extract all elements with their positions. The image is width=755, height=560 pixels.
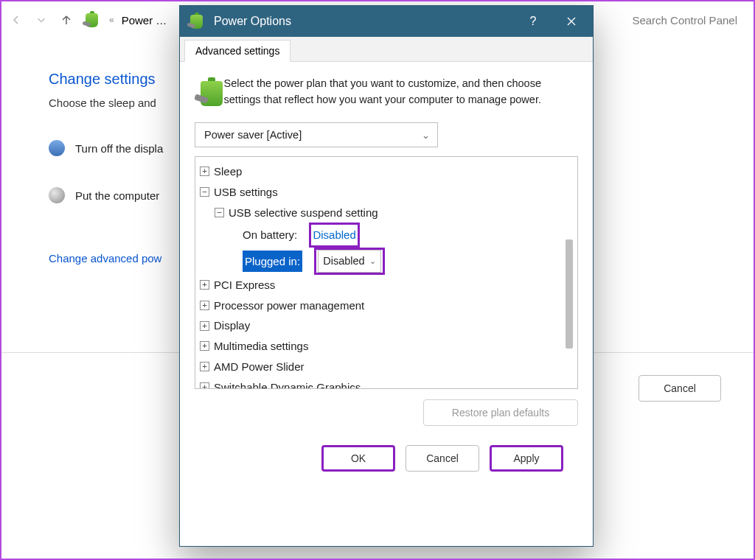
power-plan-select[interactable]: Power saver [Active] ⌄ xyxy=(195,122,438,147)
page-cancel-button[interactable]: Cancel xyxy=(639,375,721,402)
display-icon xyxy=(49,140,65,156)
tab-advanced-settings[interactable]: Advanced settings xyxy=(184,40,290,62)
dialog-description: Select the power plan that you want to c… xyxy=(224,75,578,109)
change-advanced-link[interactable]: Change advanced pow xyxy=(49,252,161,265)
scrollbar-thumb[interactable] xyxy=(566,239,573,349)
apply-button[interactable]: Apply xyxy=(490,445,563,472)
turn-off-display-label: Turn off the displa xyxy=(75,142,163,155)
up-button[interactable] xyxy=(58,11,75,29)
tree-amd-power-slider[interactable]: AMD Power Slider xyxy=(214,357,305,377)
expand-icon[interactable]: + xyxy=(200,362,209,371)
collapse-icon[interactable]: − xyxy=(200,187,209,197)
expand-icon[interactable]: + xyxy=(200,341,209,351)
expand-icon[interactable]: + xyxy=(200,280,209,290)
cancel-button[interactable]: Cancel xyxy=(406,445,479,472)
on-battery-label: On battery: xyxy=(243,225,297,245)
ok-button[interactable]: OK xyxy=(321,445,395,472)
expand-icon[interactable]: + xyxy=(200,167,209,176)
dropdown-history-button[interactable] xyxy=(32,11,50,29)
chevron-down-icon: ⌄ xyxy=(369,253,376,268)
plugged-in-value: Disabled xyxy=(323,251,364,271)
settings-tree[interactable]: +Sleep −USB settings −USB selective susp… xyxy=(195,156,578,389)
tree-pci-express[interactable]: PCI Express xyxy=(214,275,275,295)
close-button[interactable] xyxy=(556,6,587,37)
tree-usb-selective-suspend[interactable]: USB selective suspend setting xyxy=(229,203,378,223)
highlight-box: Disabled xyxy=(309,223,359,248)
breadcrumb-sep: « xyxy=(109,15,114,25)
on-battery-value[interactable]: Disabled xyxy=(313,225,355,245)
search-input[interactable]: Search Control Panel xyxy=(632,14,748,27)
power-icon xyxy=(187,12,206,31)
tree-sleep[interactable]: Sleep xyxy=(214,161,242,182)
tree-processor-power[interactable]: Processor power management xyxy=(214,295,364,316)
power-options-dialog: Power Options ? Advanced settings Select… xyxy=(179,5,594,547)
expand-icon[interactable]: + xyxy=(200,382,209,389)
plugged-in-row[interactable]: Plugged in: Disabled ⌄ xyxy=(200,248,573,275)
tabstrip: Advanced settings xyxy=(180,37,593,62)
sleep-label: Put the computer xyxy=(75,189,159,202)
highlight-box: Disabled ⌄ xyxy=(314,248,384,275)
moon-icon xyxy=(49,187,65,203)
tree-usb-settings[interactable]: USB settings xyxy=(214,182,278,203)
plugged-in-label: Plugged in: xyxy=(243,251,302,273)
power-icon xyxy=(195,75,214,109)
expand-icon[interactable]: + xyxy=(200,301,209,310)
tree-switchable-graphics[interactable]: Switchable Dynamic Graphics xyxy=(214,377,361,389)
power-icon xyxy=(83,10,102,29)
collapse-icon[interactable]: − xyxy=(215,208,224,217)
breadcrumb[interactable]: « Power … xyxy=(83,10,167,29)
dialog-title: Power Options xyxy=(214,15,510,28)
plugged-in-select[interactable]: Disabled ⌄ xyxy=(318,250,380,273)
tree-multimedia[interactable]: Multimedia settings xyxy=(214,336,308,357)
on-battery-row[interactable]: On battery: Disabled xyxy=(200,223,573,248)
back-button[interactable] xyxy=(7,11,25,29)
power-plan-value: Power saver [Active] xyxy=(204,129,302,141)
control-panel-window: « Power … Search Control Panel Change se… xyxy=(0,0,755,560)
chevron-down-icon: ⌄ xyxy=(422,130,430,141)
expand-icon[interactable]: + xyxy=(200,321,209,331)
breadcrumb-item[interactable]: Power … xyxy=(122,14,167,27)
help-button[interactable]: ? xyxy=(518,6,549,37)
titlebar: Power Options ? xyxy=(180,6,593,37)
restore-defaults-button[interactable]: Restore plan defaults xyxy=(423,399,578,426)
tree-display[interactable]: Display xyxy=(214,315,250,336)
